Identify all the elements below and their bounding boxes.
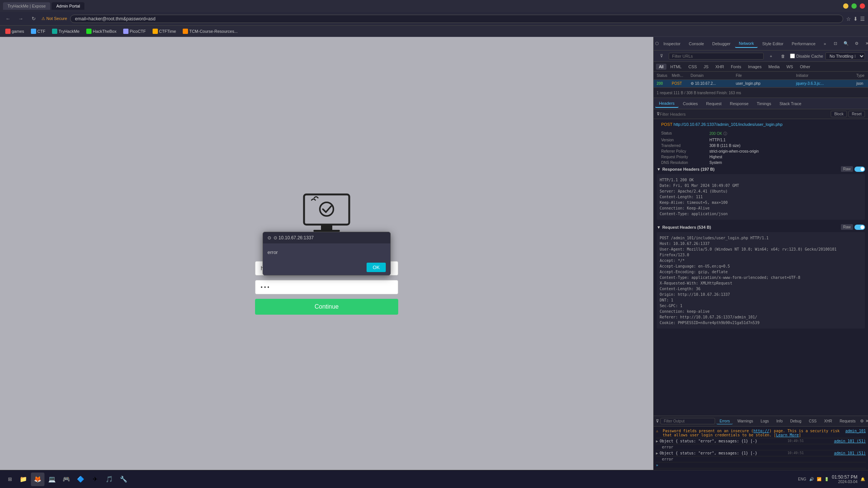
battery-icon[interactable]: 🔋 bbox=[824, 477, 829, 481]
reset-button[interactable]: Reset bbox=[848, 111, 865, 117]
plus-icon[interactable]: + bbox=[766, 51, 776, 61]
network-icon[interactable]: 📶 bbox=[817, 477, 821, 481]
taskbar-app-tools[interactable]: 🔧 bbox=[117, 473, 130, 486]
response-headers-raw-btn[interactable]: Raw bbox=[841, 166, 853, 172]
bookmark-games[interactable]: games bbox=[3, 28, 26, 35]
taskbar-app-send[interactable]: ✈ bbox=[88, 473, 102, 486]
warn-source-link[interactable]: admin_101 bbox=[845, 429, 866, 433]
bookmark-icon[interactable]: ☆ bbox=[846, 16, 851, 22]
type-js[interactable]: JS bbox=[701, 64, 712, 70]
source-link-0[interactable]: admin 101 (51) bbox=[834, 439, 866, 443]
console-settings-icon[interactable]: ⚙ bbox=[860, 416, 864, 426]
taskbar-app-firefox[interactable]: 🦊 bbox=[31, 473, 44, 486]
type-ws[interactable]: WS bbox=[783, 64, 796, 70]
taskbar-app-terminal[interactable]: 💻 bbox=[45, 473, 59, 486]
source-link-1[interactable]: admin 101 (51) bbox=[834, 451, 866, 455]
tab-stack-trace[interactable]: Stack Trace bbox=[776, 100, 805, 107]
back-button[interactable]: ← bbox=[3, 14, 13, 24]
throttle-select[interactable]: No Throttling ⁝ bbox=[825, 52, 865, 60]
http-link[interactable]: http:// bbox=[753, 429, 769, 433]
password-input[interactable] bbox=[255, 280, 398, 294]
search-devtools-icon[interactable]: 🔍 bbox=[841, 39, 851, 49]
console-filter-input[interactable] bbox=[660, 418, 715, 424]
console-tab-warnings[interactable]: Warnings bbox=[734, 418, 756, 424]
close-devtools-icon[interactable]: ✕ bbox=[862, 39, 868, 49]
refresh-button[interactable]: ↻ bbox=[29, 14, 38, 24]
alert-ok-button[interactable]: OK bbox=[367, 263, 386, 272]
console-tab-errors[interactable]: Errors bbox=[717, 418, 733, 424]
more-tools-icon[interactable]: » bbox=[820, 39, 830, 49]
tab-cookies[interactable]: Cookies bbox=[679, 100, 702, 107]
bookmark-tryhackme[interactable]: TryHackMe bbox=[50, 28, 82, 35]
menu-icon[interactable]: ☰ bbox=[860, 16, 865, 22]
bookmark-ctftime[interactable]: CTFTime bbox=[150, 28, 178, 35]
settings-devtools-icon[interactable]: ⚙ bbox=[852, 39, 862, 49]
page-content: Is t al? Continue ⊙ ⊙ 10.10.67.26:1337 e… bbox=[0, 37, 653, 470]
type-css[interactable]: CSS bbox=[685, 64, 700, 70]
filter-icon[interactable]: ⊽ bbox=[657, 51, 666, 61]
bookmark-picoctf[interactable]: PicoCTF bbox=[121, 28, 148, 35]
network-row-0[interactable]: 200 POST ⚙ 10.10.67.2... user_login.php … bbox=[654, 80, 868, 87]
type-images[interactable]: Images bbox=[745, 64, 764, 70]
console-prompt[interactable]: » bbox=[656, 462, 866, 468]
tab-network[interactable]: Network bbox=[735, 40, 758, 48]
console-close-icon[interactable]: ✕ bbox=[865, 416, 868, 426]
devtools-inspect-icon[interactable]: ⬡ bbox=[655, 39, 659, 49]
continue-button[interactable]: Continue bbox=[255, 299, 398, 315]
notifications-icon[interactable]: 🔔 bbox=[860, 477, 865, 481]
maximize-button[interactable] bbox=[851, 3, 857, 9]
forward-button[interactable]: → bbox=[16, 14, 26, 24]
type-all[interactable]: All bbox=[656, 64, 666, 70]
console-tab-info[interactable]: Info bbox=[773, 418, 786, 424]
request-headers-toggle[interactable]: ▼ Request Headers (534 B) Raw bbox=[657, 224, 865, 230]
tab-debugger[interactable]: Debugger bbox=[709, 40, 734, 47]
response-headers-toggle[interactable]: ▼ Response Headers (197 B) Raw bbox=[657, 166, 865, 172]
disable-cache-checkbox[interactable]: Disable Cache bbox=[790, 54, 823, 58]
request-headers-toggle-pill[interactable] bbox=[854, 225, 865, 230]
taskbar-app-explorer[interactable]: 📁 bbox=[17, 473, 30, 486]
download-icon[interactable]: ⬇ bbox=[853, 16, 858, 22]
type-html[interactable]: HTML bbox=[667, 64, 685, 70]
type-xhr[interactable]: XHR bbox=[712, 64, 727, 70]
type-other[interactable]: Other bbox=[797, 64, 813, 70]
tab-headers[interactable]: Headers bbox=[655, 99, 679, 108]
type-media[interactable]: Media bbox=[765, 64, 782, 70]
expand-icon-1[interactable]: ▶ bbox=[656, 451, 658, 455]
tab-performance[interactable]: Performance bbox=[788, 40, 819, 47]
bookmark-hackthebox[interactable]: HackTheBox bbox=[84, 28, 119, 35]
console-tab-css[interactable]: CSS bbox=[806, 418, 820, 424]
taskbar-app-blue[interactable]: 🔷 bbox=[74, 473, 87, 486]
minimize-button[interactable] bbox=[843, 3, 848, 9]
console-tab-xhr[interactable]: XHR bbox=[821, 418, 835, 424]
console-tab-requests[interactable]: Requests bbox=[837, 418, 859, 424]
bookmark-tcm[interactable]: TCM-Course-Resources... bbox=[180, 28, 240, 35]
taskbar-app-games[interactable]: 🎮 bbox=[60, 473, 73, 486]
console-tab-debug[interactable]: Debug bbox=[787, 418, 804, 424]
taskbar-app-music[interactable]: 🎵 bbox=[102, 473, 116, 486]
tab-style-editor[interactable]: Style Editor bbox=[758, 40, 787, 47]
expand-icon-0[interactable]: ▶ bbox=[656, 439, 658, 443]
bookmark-ctf[interactable]: CTF bbox=[29, 28, 47, 35]
close-button[interactable] bbox=[860, 3, 865, 9]
request-headers-raw-btn[interactable]: Raw bbox=[841, 224, 853, 230]
tab-response[interactable]: Response bbox=[726, 100, 752, 107]
tab-console[interactable]: Console bbox=[685, 40, 708, 47]
titlebar-tab-expose[interactable]: TryHackMe | Expose bbox=[3, 2, 50, 10]
type-fonts[interactable]: Fonts bbox=[728, 64, 744, 70]
tab-timings[interactable]: Timings bbox=[753, 100, 775, 107]
console-tab-logs[interactable]: Logs bbox=[758, 418, 772, 424]
clear-requests-icon[interactable]: 🗑 bbox=[778, 51, 788, 61]
volume-icon[interactable]: 🔊 bbox=[809, 477, 814, 481]
filter-urls-input[interactable] bbox=[669, 53, 764, 60]
titlebar-tab-admin[interactable]: Admin Portal bbox=[52, 2, 84, 10]
tab-request[interactable]: Request bbox=[702, 100, 725, 107]
start-button[interactable]: ⊞ bbox=[3, 473, 17, 486]
address-bar-input[interactable] bbox=[70, 15, 843, 23]
block-button[interactable]: Block bbox=[831, 111, 847, 117]
responsive-icon[interactable]: ⊡ bbox=[831, 39, 840, 49]
learn-more-link[interactable]: Learn More bbox=[776, 433, 799, 437]
status-info-icon[interactable]: ⓘ bbox=[723, 132, 727, 136]
filter-headers-input[interactable] bbox=[660, 112, 831, 116]
tab-inspector[interactable]: Inspector bbox=[660, 40, 684, 47]
response-headers-toggle-pill[interactable] bbox=[854, 167, 865, 172]
